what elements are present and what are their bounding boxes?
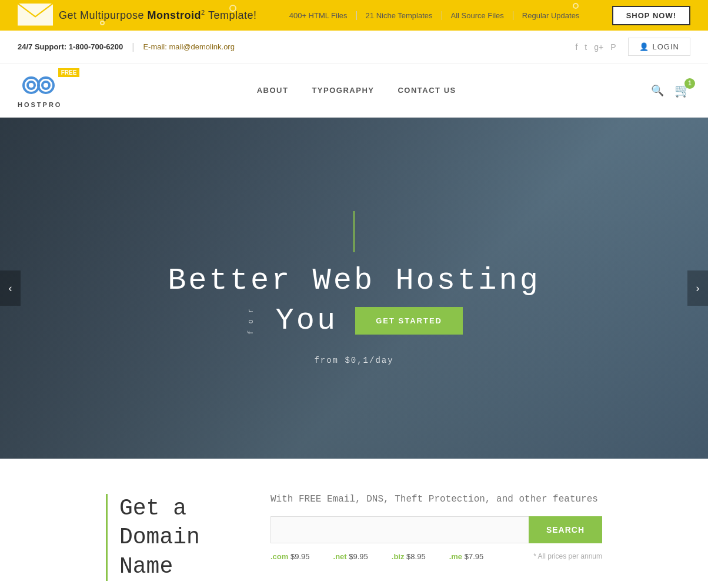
arrow-left-icon: ‹ [9,282,12,295]
search-icon[interactable]: 🔍 [651,84,664,97]
shop-now-button[interactable]: SHOP NOW! [612,6,690,25]
price-net: .net $9.95 [333,552,368,561]
domain-right: With FREE Email, DNS, Theft Protection, … [270,494,602,561]
logo-text: HOSTPRO [18,101,62,108]
user-icon: 👤 [639,42,649,51]
header-right: f t g+ P 👤 LOGIN [575,38,690,56]
banner-left: Get Multipurpose Monstroid2 Template! [18,2,256,29]
nav-links: ABOUT TYPOGRAPHY CONTACT US [257,86,456,95]
get-started-button[interactable]: GET STARTED [355,307,463,335]
google-plus-icon[interactable]: g+ [594,42,603,52]
svg-point-1 [24,78,39,93]
email-info: E-mail: mail@demolink.org [143,42,235,51]
banner-link-source[interactable]: All Source Files [442,11,513,20]
contact-info: 24/7 Support: 1-800-700-6200 | E-mail: m… [18,42,235,52]
price-biz: .biz $8.95 [392,552,426,561]
nav-about[interactable]: ABOUT [257,86,289,95]
hero-vertical-line [353,211,355,252]
domain-prices: .com $9.95 .net $9.95 .biz $8.95 .me $7.… [270,552,602,561]
domain-subtitle: With FREE Email, DNS, Theft Protection, … [270,494,602,505]
domain-search-row: SEARCH [270,516,602,543]
banner-link-updates[interactable]: Regular Updates [513,11,589,20]
nav-typography[interactable]: TYPOGRAPHY [312,86,374,95]
domain-title-area: Get a Domain Name [106,494,235,581]
hero-you-text: You [276,303,338,338]
svg-point-2 [28,82,35,89]
login-button[interactable]: 👤 LOGIN [628,38,690,56]
cart-wrapper[interactable]: 🛒 1 [674,83,690,98]
svg-point-3 [38,78,54,93]
header: 24/7 Support: 1-800-700-6200 | E-mail: m… [0,31,708,118]
nav: HOSTPRO FREE ABOUT TYPOGRAPHY CONTACT US… [0,64,708,117]
facebook-icon[interactable]: f [575,42,577,52]
nav-right: 🔍 🛒 1 [651,83,690,98]
pinterest-icon[interactable]: P [610,42,616,52]
domain-search-input[interactable] [270,516,529,543]
arrow-right-icon: › [696,282,700,295]
domain-note: * All prices per annum [533,552,602,561]
support-phone: 1-800-700-6200 [69,42,123,51]
banner-text: Get Multipurpose Monstroid2 Template! [59,9,256,22]
hero-section: ‹ Better Web Hosting f o r You GET START… [0,118,708,459]
price-com: .com $9.95 [270,552,310,561]
domain-section: Get a Domain Name With FREE Email, DNS, … [0,459,708,588]
price-me: .me $7.95 [449,552,484,561]
social-icons: f t g+ P [575,42,616,52]
nav-contact-us[interactable]: CONTACT US [398,86,456,95]
hero-arrow-right[interactable]: › [687,270,708,306]
logo-area: HOSTPRO FREE [18,64,62,117]
hero-price: from $0,1/day [168,356,540,365]
hero-content: Better Web Hosting f o r You GET STARTED… [168,211,540,365]
email-address[interactable]: mail@demolink.org [169,42,234,51]
domain-search-button[interactable]: SEARCH [529,516,602,543]
hero-title: Better Web Hosting [168,264,540,298]
banner-link-niche[interactable]: 21 Niche Templates [357,11,442,20]
header-top: 24/7 Support: 1-800-700-6200 | E-mail: m… [0,31,708,64]
domain-title: Get a Domain Name [119,494,235,581]
hero-arrow-left[interactable]: ‹ [0,270,21,306]
banner-link-html-files[interactable]: 400+ HTML Files [280,11,357,20]
twitter-icon[interactable]: t [585,42,587,52]
cart-badge: 1 [684,78,695,89]
logo-free-badge: FREE [58,68,80,77]
banner-links: 400+ HTML Files 21 Niche Templates All S… [280,11,589,20]
hero-for-text: f o r [245,308,258,335]
hero-subtitle-row: f o r You GET STARTED [168,303,540,338]
envelope-icon [18,2,53,29]
top-banner: Get Multipurpose Monstroid2 Template! 40… [0,0,708,31]
divider: | [132,42,134,52]
svg-point-4 [42,82,49,89]
support-label: 24/7 Support: 1-800-700-6200 [18,42,123,51]
logo-icon [19,72,61,99]
logo-wrapper: HOSTPRO [18,72,62,108]
